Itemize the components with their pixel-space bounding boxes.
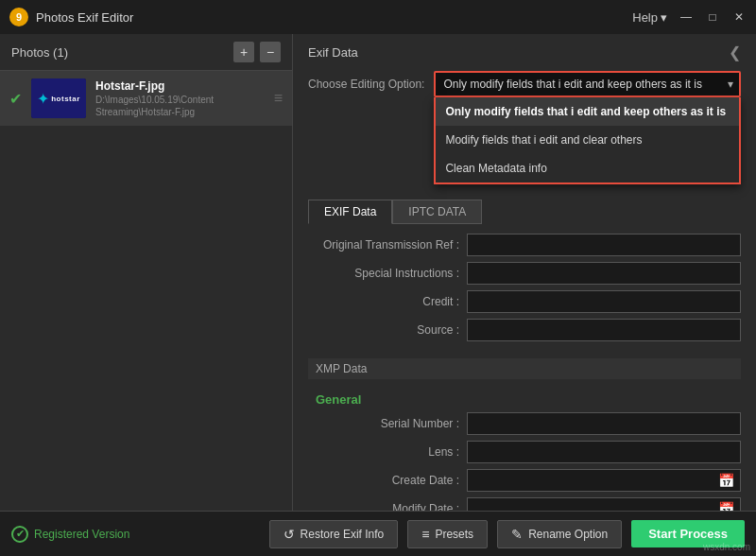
orig-trans-input[interactable] xyxy=(467,234,741,256)
presets-button[interactable]: ≡ Presets xyxy=(407,520,488,548)
watermark: wsxdn.com xyxy=(703,542,750,552)
restore-exif-button[interactable]: ↺ Restore Exif Info xyxy=(269,520,399,548)
photo-thumbnail: ✦ hotstar xyxy=(31,78,86,118)
editing-option-label: Choose Editing Option: xyxy=(308,78,424,91)
serial-input[interactable] xyxy=(467,412,741,435)
photo-header-buttons: + − xyxy=(233,42,281,62)
dropdown-selected-value: Only modify fields that i edit and keep … xyxy=(443,78,701,91)
rename-option-button[interactable]: ✎ Rename Option xyxy=(497,520,622,548)
photo-menu-icon[interactable]: ≡ xyxy=(274,90,283,107)
editing-dropdown-container: Only modify fields that i edit and keep … xyxy=(434,71,741,97)
tabs-row: EXIF Data IPTC DATA xyxy=(308,200,741,224)
main-layout: Photos (1) + − ✔ ✦ hotstar Hotstar-F.jpg… xyxy=(0,34,756,511)
source-input[interactable] xyxy=(467,319,741,341)
title-bar-left: 9 Photos Exif Editor xyxy=(9,8,133,26)
add-photo-button[interactable]: + xyxy=(233,42,254,62)
dropdown-popup: Only modify fields that i edit and keep … xyxy=(434,97,741,184)
photo-path: D:\Images\10.05.19\Content xyxy=(95,95,265,105)
hotstar-star-icon: ✦ xyxy=(37,90,49,108)
photo-name: Hotstar-F.jpg xyxy=(95,79,265,93)
general-section-title: General xyxy=(316,392,741,407)
back-icon[interactable]: ❮ xyxy=(729,43,741,61)
presets-icon: ≡ xyxy=(421,527,429,542)
create-date-calendar-icon[interactable]: 📅 xyxy=(718,473,734,488)
title-bar-controls: Help ▾ — □ ✕ xyxy=(632,9,747,25)
app-icon: 9 xyxy=(9,8,28,26)
registered-badge: ✔ Registered Version xyxy=(11,526,129,543)
special-instr-label: Special Instructions : xyxy=(308,267,459,280)
form-row-lens: Lens : xyxy=(308,441,741,463)
close-button[interactable]: ✕ xyxy=(731,9,747,25)
maximize-button[interactable]: □ xyxy=(705,9,720,25)
lens-label: Lens : xyxy=(308,445,459,459)
credit-label: Credit : xyxy=(308,295,459,308)
xmp-fields: Serial Number : Lens : Create Date : 📅 M… xyxy=(308,412,741,511)
registered-icon: ✔ xyxy=(11,526,28,543)
restore-label: Restore Exif Info xyxy=(301,528,385,541)
dropdown-arrow-icon: ▾ xyxy=(728,78,733,91)
create-date-label: Create Date : xyxy=(308,474,459,487)
remove-photo-button[interactable]: − xyxy=(260,42,281,62)
title-bar: 9 Photos Exif Editor Help ▾ — □ ✕ xyxy=(0,0,756,34)
rename-label: Rename Option xyxy=(528,528,608,541)
form-row-serial: Serial Number : xyxy=(308,412,741,435)
dropdown-option-2[interactable]: Clean Metadata info xyxy=(436,154,739,182)
photos-panel-title: Photos (1) xyxy=(11,45,68,60)
presets-label: Presets xyxy=(435,528,473,541)
form-row-modify-date: Modify Date : 📅 xyxy=(308,497,741,511)
form-row-credit: Credit : xyxy=(308,290,741,313)
modify-date-field[interactable]: 📅 xyxy=(467,497,741,511)
right-panel: Exif Data ❮ Choose Editing Option: Only … xyxy=(293,34,756,511)
dropdown-option-0[interactable]: Only modify fields that i edit and keep … xyxy=(436,97,739,126)
bottom-bar: ✔ Registered Version ↺ Restore Exif Info… xyxy=(0,511,756,556)
orig-trans-label: Original Transmission Ref : xyxy=(308,238,459,252)
hotstar-logo: ✦ hotstar xyxy=(31,78,86,118)
modify-date-label: Modify Date : xyxy=(308,502,459,511)
iptc-fields: Original Transmission Ref : Special Inst… xyxy=(308,234,741,341)
tab-exif-data[interactable]: EXIF Data xyxy=(308,200,392,224)
registered-label: Registered Version xyxy=(34,528,129,541)
form-row-source: Source : xyxy=(308,319,741,341)
photos-panel-header: Photos (1) + − xyxy=(0,34,292,71)
minimize-button[interactable]: — xyxy=(679,9,694,25)
form-row-create-date: Create Date : 📅 xyxy=(308,469,741,492)
app-title: Photos Exif Editor xyxy=(36,10,133,25)
credit-input[interactable] xyxy=(467,290,741,313)
editing-dropdown[interactable]: Only modify fields that i edit and keep … xyxy=(434,71,741,97)
form-row-special-instr: Special Instructions : xyxy=(308,262,741,285)
lens-input[interactable] xyxy=(467,441,741,463)
help-button[interactable]: Help ▾ xyxy=(632,10,667,25)
modify-date-calendar-icon[interactable]: 📅 xyxy=(718,501,734,511)
create-date-field[interactable]: 📅 xyxy=(467,469,741,492)
tab-iptc-data[interactable]: IPTC DATA xyxy=(392,200,482,224)
form-row-orig-trans: Original Transmission Ref : xyxy=(308,234,741,256)
photo-path2: Streaming\Hotstar-F.jpg xyxy=(95,107,265,117)
special-instr-input[interactable] xyxy=(467,262,741,285)
editing-option-row: Choose Editing Option: Only modify field… xyxy=(308,71,741,97)
xmp-section-title: XMP Data xyxy=(308,358,741,379)
photo-check-icon: ✔ xyxy=(9,90,22,108)
restore-icon: ↺ xyxy=(284,527,295,542)
rename-icon: ✎ xyxy=(511,527,523,542)
left-panel: Photos (1) + − ✔ ✦ hotstar Hotstar-F.jpg… xyxy=(0,34,293,511)
source-label: Source : xyxy=(308,323,459,337)
photo-info: Hotstar-F.jpg D:\Images\10.05.19\Content… xyxy=(95,79,265,117)
dropdown-option-1[interactable]: Modify fields that i edit and clear othe… xyxy=(436,126,739,154)
photo-item[interactable]: ✔ ✦ hotstar Hotstar-F.jpg D:\Images\10.0… xyxy=(0,71,292,126)
hotstar-text: hotstar xyxy=(51,95,80,103)
serial-label: Serial Number : xyxy=(308,417,459,430)
exif-data-title: Exif Data xyxy=(308,45,358,60)
